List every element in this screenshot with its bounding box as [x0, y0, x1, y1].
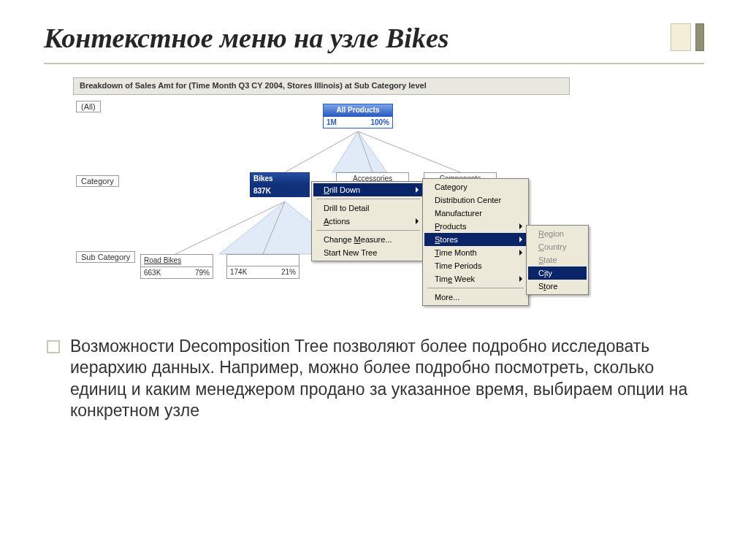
menu-item-label: Distribution Center [435, 196, 501, 204]
menu-item-store[interactable]: Store [528, 280, 587, 293]
deco-bar [695, 23, 704, 51]
node-sub-2[interactable]: 174K 21% [226, 254, 299, 279]
menu-item-drill-detail[interactable]: Drill to Detail [313, 202, 423, 215]
node-values: 174K 21% [226, 266, 299, 279]
context-menu-main[interactable]: Drill Down Drill to Detail Actions Chang… [311, 181, 425, 261]
menu-item-label: Stores [435, 235, 458, 244]
menu-item-label: City [538, 269, 552, 277]
menu-item-country[interactable]: Country [528, 240, 587, 253]
context-menu-stores[interactable]: Region Country State City Store [526, 225, 589, 295]
svg-line-3 [358, 131, 460, 172]
context-menu-drilldown[interactable]: Category Distribution Center Manufacture… [422, 178, 529, 306]
menu-item-city[interactable]: City [528, 266, 587, 280]
submenu-arrow-icon [416, 187, 419, 193]
title-row: Контекстное меню на узле Bikes [44, 22, 704, 64]
menu-item-label: Region [538, 229, 564, 238]
menu-item-label: Category [435, 183, 468, 191]
slide-title: Контекстное меню на узле Bikes [44, 22, 656, 54]
menu-item-label: Start New Tree [324, 248, 377, 257]
deco-bar [671, 23, 691, 51]
menu-item-label: Drill to Detail [324, 204, 369, 212]
node-label: Bikes [250, 172, 310, 185]
menu-item-stores[interactable]: Stores [424, 233, 527, 246]
bullet-icon [47, 340, 60, 353]
node-val: 174K [230, 268, 247, 277]
menu-separator [316, 230, 420, 231]
row-label-category: Category [76, 175, 119, 187]
title-decoration [671, 23, 704, 54]
row-label-all: (All) [76, 101, 101, 112]
menu-item-state[interactable]: State [528, 253, 587, 266]
node-road-bikes[interactable]: Road Bikes 663K 79% [140, 254, 213, 279]
submenu-arrow-icon [519, 223, 522, 229]
breakdown-header: Breakdown of Sales Amt for (Time Month Q… [73, 77, 570, 95]
node-all-products[interactable]: All Products 1M 100% [323, 104, 393, 129]
node-pct: 21% [281, 268, 296, 277]
submenu-arrow-icon [519, 237, 522, 242]
svg-line-6 [263, 202, 285, 254]
menu-separator [316, 199, 420, 199]
menu-item-category[interactable]: Category [424, 180, 527, 193]
menu-item-label: Products [435, 222, 466, 231]
body-text: Возможности Decomposition Tree позволяют… [70, 336, 704, 422]
menu-item-drill-down[interactable]: Drill Down [313, 183, 423, 196]
decomposition-tree: (All) Category Sub Category All Products… [73, 95, 570, 314]
menu-item-label: Drill Down [324, 185, 360, 194]
svg-line-5 [175, 202, 285, 254]
node-label: Road Bikes [140, 254, 213, 267]
menu-item-label: Actions [324, 217, 350, 226]
slide: Контекстное меню на узле Bikes Breakdown… [0, 0, 748, 560]
submenu-arrow-icon [416, 218, 419, 224]
menu-item-actions[interactable]: Actions [313, 215, 423, 228]
node-values: 1M 100% [323, 117, 393, 129]
node-label: All Products [323, 104, 393, 117]
body-paragraph: Возможности Decomposition Tree позволяют… [44, 336, 704, 422]
menu-item-products[interactable]: Products [424, 220, 527, 233]
menu-item-label: More... [435, 293, 459, 302]
menu-item-label: Manufacturer [435, 209, 482, 218]
embedded-screenshot: Breakdown of Sales Amt for (Time Month Q… [73, 77, 570, 314]
menu-separator [427, 288, 524, 288]
menu-item-time-week[interactable]: Time Week [424, 272, 527, 285]
menu-item-time-month[interactable]: Time Month [424, 246, 527, 259]
menu-item-label: Store [538, 282, 557, 291]
svg-line-2 [358, 131, 373, 172]
node-bikes[interactable]: Bikes 837K [250, 172, 310, 197]
menu-item-label: Change Measure... [324, 235, 392, 244]
menu-item-more[interactable]: More... [424, 291, 527, 304]
node-val: 1M [327, 118, 337, 127]
menu-item-change-measure[interactable]: Change Measure... [313, 233, 423, 246]
menu-item-manufacturer[interactable]: Manufacturer [424, 207, 527, 220]
menu-item-time-periods[interactable]: Time Periods [424, 259, 527, 272]
menu-item-label: Time Periods [435, 261, 481, 270]
menu-item-region[interactable]: Region [528, 227, 587, 240]
node-pct: 100% [370, 118, 389, 127]
menu-item-label: Time Week [435, 275, 475, 283]
svg-line-1 [285, 131, 358, 172]
submenu-arrow-icon [519, 276, 522, 282]
menu-item-start-new-tree[interactable]: Start New Tree [313, 246, 423, 259]
menu-item-distribution[interactable]: Distribution Center [424, 193, 527, 207]
node-val: 837K [253, 187, 271, 196]
node-pct: 79% [195, 269, 210, 277]
svg-marker-0 [332, 131, 387, 172]
menu-item-label: Time Month [435, 248, 477, 257]
row-label-subcategory: Sub Category [76, 251, 135, 263]
node-val: 663K [144, 269, 161, 277]
menu-item-label: State [538, 256, 557, 264]
node-values: 837K [250, 185, 310, 198]
node-label [226, 254, 299, 266]
menu-item-label: Country [538, 242, 567, 251]
node-values: 663K 79% [140, 267, 213, 280]
submenu-arrow-icon [519, 250, 522, 256]
